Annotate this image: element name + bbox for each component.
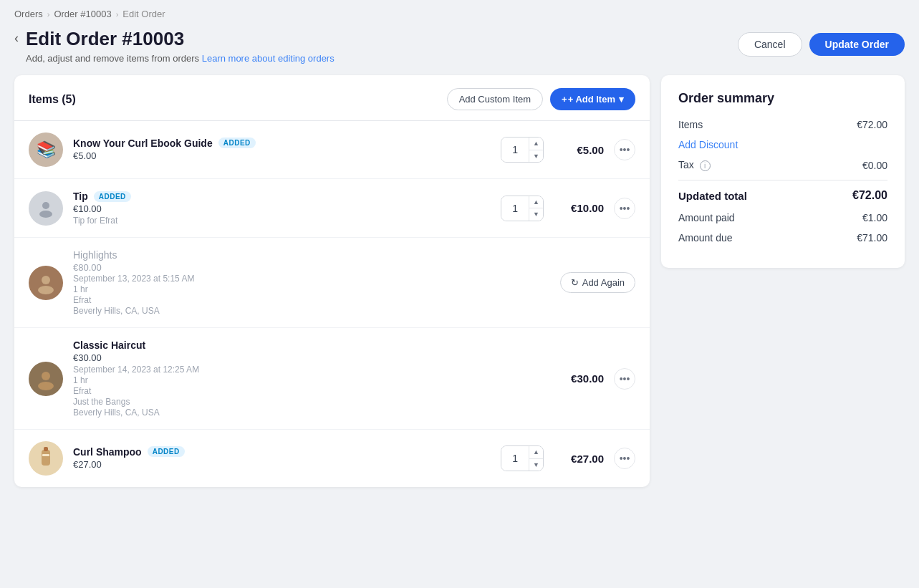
breadcrumb-orders[interactable]: Orders [14, 9, 43, 19]
avatar [29, 266, 63, 300]
list-item: Classic Haircut €30.00 September 14, 202… [14, 328, 650, 430]
status-badge: ADDED [94, 191, 131, 202]
status-badge: ADDED [148, 446, 185, 457]
svg-rect-8 [42, 454, 49, 456]
quantity-stepper[interactable] [501, 446, 529, 471]
page-title: Edit Order #10003 [26, 28, 335, 50]
item-more-button[interactable]: ••• [614, 139, 635, 160]
items-title: Items (5) [29, 93, 76, 106]
item-price: €27.00 [73, 459, 491, 470]
summary-amount-due-label: Amount due [678, 232, 733, 244]
svg-rect-7 [44, 447, 48, 451]
item-name: Highlights [73, 249, 117, 261]
add-again-button[interactable]: ↻ Add Again [560, 272, 635, 293]
quantity-control: ▲ ▼ [501, 445, 544, 471]
item-more-button[interactable]: ••• [614, 198, 635, 219]
cancel-button[interactable]: Cancel [738, 32, 802, 57]
breadcrumb-sep-2: › [116, 10, 119, 19]
item-info: Classic Haircut €30.00 September 14, 202… [73, 339, 544, 418]
quantity-stepper[interactable] [501, 138, 529, 162]
item-duration: 1 hr [73, 375, 544, 385]
dropdown-arrow-icon: ▾ [619, 94, 624, 105]
qty-decrease-button[interactable]: ▼ [529, 150, 543, 163]
svg-point-4 [42, 372, 50, 380]
item-name: Curl Shampoo [73, 446, 142, 458]
item-info: Know Your Curl Ebook Guide ADDED €5.00 [73, 138, 491, 163]
item-info: Tip ADDED €10.00 Tip for Efrat [73, 191, 491, 226]
list-item: Highlights €80.00 September 13, 2023 at … [14, 238, 650, 328]
page-subtitle: Add, adjust and remove items from orders… [26, 53, 335, 64]
svg-point-1 [39, 211, 52, 218]
item-info: Highlights €80.00 September 13, 2023 at … [73, 249, 550, 316]
qty-increase-button[interactable]: ▲ [529, 446, 543, 459]
avatar [29, 362, 63, 396]
item-variant: Just the Bangs [73, 397, 544, 407]
summary-total-value: €72.00 [852, 189, 887, 202]
add-item-button[interactable]: + + Add Item ▾ [550, 88, 635, 110]
breadcrumb-order[interactable]: Order #10003 [54, 9, 111, 19]
list-item: 📚 Know Your Curl Ebook Guide ADDED €5.00… [14, 121, 650, 179]
avatar [29, 191, 63, 226]
item-price: €5.00 [73, 150, 491, 161]
summary-divider [678, 180, 887, 180]
quantity-control: ▲ ▼ [501, 137, 544, 163]
summary-total-label: Updated total [678, 190, 747, 202]
back-button[interactable]: ‹ [14, 31, 19, 46]
item-price: €80.00 [73, 262, 550, 273]
learn-more-link[interactable]: Learn more about editing orders [202, 53, 335, 64]
add-discount-button[interactable]: Add Discount [678, 139, 738, 150]
breadcrumb: Orders › Order #10003 › Edit Order [0, 0, 919, 24]
summary-discount-row: Add Discount [678, 139, 887, 150]
tax-info-icon[interactable]: i [700, 160, 711, 171]
order-summary-panel: Order summary Items €72.00 Add Discount … [661, 75, 905, 268]
quantity-control: ▲ ▼ [501, 196, 544, 221]
item-total: €10.00 [554, 202, 604, 214]
summary-items-label: Items [678, 119, 703, 130]
avatar: 📚 [29, 132, 63, 167]
qty-decrease-button[interactable]: ▼ [529, 459, 543, 471]
item-name: Classic Haircut [73, 339, 145, 351]
add-custom-item-button[interactable]: Add Custom Item [447, 88, 543, 110]
main-layout: Items (5) Add Custom Item + + Add Item ▾… [0, 75, 919, 501]
summary-amount-paid-row: Amount paid €1.00 [678, 212, 887, 223]
items-panel: Items (5) Add Custom Item + + Add Item ▾… [14, 75, 650, 487]
item-price: €10.00 [73, 203, 491, 214]
qty-increase-button[interactable]: ▲ [529, 196, 543, 209]
item-info: Curl Shampoo ADDED €27.00 [73, 446, 491, 471]
qty-decrease-button[interactable]: ▼ [529, 208, 543, 221]
item-date: September 13, 2023 at 5:15 AM [73, 274, 550, 284]
svg-point-0 [42, 202, 49, 209]
svg-point-2 [42, 276, 50, 284]
summary-amount-paid-value: €1.00 [862, 212, 887, 223]
item-more-button[interactable]: ••• [614, 368, 635, 390]
summary-items-row: Items €72.00 [678, 119, 887, 130]
summary-amount-due-value: €71.00 [857, 232, 887, 244]
item-total: €30.00 [554, 372, 604, 385]
qty-increase-button[interactable]: ▲ [529, 138, 543, 150]
svg-point-3 [38, 286, 54, 294]
item-price: €30.00 [73, 352, 544, 363]
item-detail: Tip for Efrat [73, 216, 491, 226]
summary-items-value: €72.00 [857, 119, 887, 130]
item-date: September 14, 2023 at 12:25 AM [73, 365, 544, 375]
item-location: Beverly Hills, CA, USA [73, 408, 544, 418]
refresh-icon: ↻ [571, 277, 579, 288]
item-staff: Efrat [73, 386, 544, 396]
summary-amount-due-row: Amount due €71.00 [678, 232, 887, 244]
item-more-button[interactable]: ••• [614, 448, 635, 469]
item-name: Know Your Curl Ebook Guide [73, 138, 213, 149]
add-item-icon: + [562, 94, 567, 105]
summary-tax-label: Tax i [678, 159, 711, 171]
item-total: €5.00 [554, 144, 604, 156]
summary-title: Order summary [678, 91, 887, 106]
svg-rect-6 [42, 450, 50, 466]
item-name: Tip [73, 191, 88, 202]
quantity-stepper[interactable] [501, 196, 529, 221]
summary-amount-paid-label: Amount paid [678, 212, 735, 223]
items-header: Items (5) Add Custom Item + + Add Item ▾ [14, 75, 650, 121]
item-location: Beverly Hills, CA, USA [73, 306, 550, 316]
list-item: Curl Shampoo ADDED €27.00 ▲ ▼ €27.00 ••• [14, 430, 650, 487]
item-total: €27.00 [554, 453, 604, 465]
item-staff: Efrat [73, 295, 550, 305]
update-order-button[interactable]: Update Order [809, 33, 905, 56]
